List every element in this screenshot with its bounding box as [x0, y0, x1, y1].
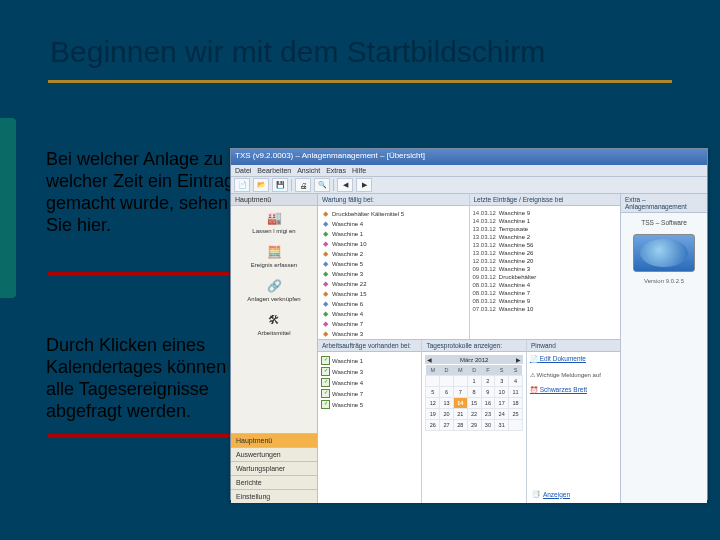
list-item[interactable]: 09.03.12 Waschine 3: [473, 265, 618, 273]
calendar-day[interactable]: 28: [453, 420, 467, 431]
menu-item[interactable]: Datei: [235, 165, 251, 176]
calendar-day[interactable]: 27: [440, 420, 454, 431]
list-item[interactable]: 08.03.12 Waschine 7: [473, 289, 618, 297]
menu-item[interactable]: Extras: [326, 165, 346, 176]
calendar-day[interactable]: 26: [426, 420, 440, 431]
tree-item[interactable]: ✓Waschine 4: [321, 377, 418, 388]
calendar-day[interactable]: 12: [426, 398, 440, 409]
calendar-day[interactable]: 17: [495, 398, 509, 409]
calendar-day[interactable]: 3: [495, 376, 509, 387]
list-item[interactable]: 14.03.12 Waschine 1: [473, 217, 618, 225]
rightbar: Extra – Anlagenmanagement TSS – Software…: [620, 194, 707, 503]
tree-label: Waschine 7: [332, 391, 363, 397]
calendar-day: [453, 376, 467, 387]
calendar-day[interactable]: 10: [495, 387, 509, 398]
calendar-day[interactable]: 22: [467, 409, 481, 420]
calendar-day[interactable]: 15: [467, 398, 481, 409]
sidebar-item[interactable]: 🛠Arbeitsmittel: [235, 312, 313, 336]
calendar-day[interactable]: 14: [453, 398, 467, 409]
calendar-day[interactable]: 6: [440, 387, 454, 398]
tree-item[interactable]: ✓Waschine 1: [321, 355, 418, 366]
tree-item[interactable]: ✓Waschine 5: [321, 399, 418, 410]
list-item[interactable]: 08.03.12 Waschine 4: [473, 281, 618, 289]
calendar-day[interactable]: 21: [453, 409, 467, 420]
list-item[interactable]: ◆Waschine 15: [321, 289, 466, 299]
app-toolbar: 📄 📂 💾 🖨 🔍 ◀ ▶: [231, 177, 707, 194]
calendar-prev[interactable]: ◀: [427, 356, 432, 363]
list-item[interactable]: ◆Waschine 4: [321, 219, 466, 229]
calendar-weekday: M: [426, 365, 440, 376]
calendar-day[interactable]: 31: [495, 420, 509, 431]
pinwand-link[interactable]: ⏰ Schwarzes Brett: [530, 386, 617, 394]
sidebar-item[interactable]: 🏭Lassen l migi en: [235, 210, 313, 234]
tree-item[interactable]: ✓Waschine 3: [321, 366, 418, 377]
list-label: Waschine 26: [499, 250, 533, 256]
menu-item[interactable]: Hilfe: [352, 165, 366, 176]
list-item[interactable]: 13.03.12 Tempusate: [473, 225, 618, 233]
toolbar-button[interactable]: 📄: [234, 178, 250, 192]
tree-item[interactable]: ✓Waschine 7: [321, 388, 418, 399]
list-item[interactable]: ◆Waschine 22: [321, 279, 466, 289]
calendar-day[interactable]: 11: [509, 387, 523, 398]
list-item[interactable]: 13.03.12 Waschine 2: [473, 233, 618, 241]
list-item[interactable]: 09.03.12 Druckbehälter: [473, 273, 618, 281]
list-label: Waschine 3: [499, 266, 530, 272]
machine-icon: ◆: [321, 290, 329, 298]
sidebar-tab[interactable]: Wartungsplaner: [231, 461, 317, 475]
toolbar-button[interactable]: ▶: [356, 178, 372, 192]
list-item[interactable]: 13.03.12 Waschine 26: [473, 249, 618, 257]
show-button[interactable]: 📑Anzeigen: [530, 488, 617, 500]
calendar-day[interactable]: 5: [426, 387, 440, 398]
calendar-next[interactable]: ▶: [516, 356, 521, 363]
calendar-day[interactable]: 18: [509, 398, 523, 409]
list-item[interactable]: ◆Waschine 1: [321, 229, 466, 239]
calendar-day[interactable]: 16: [481, 398, 495, 409]
calendar-day[interactable]: 24: [495, 409, 509, 420]
list-item[interactable]: ◆Waschine 3: [321, 329, 466, 339]
list-item[interactable]: ◆Waschine 6: [321, 299, 466, 309]
calendar-day[interactable]: 29: [467, 420, 481, 431]
pinwand-link[interactable]: 📄 Edit Dokumente: [530, 355, 617, 363]
list-item[interactable]: 14.03.12 Waschine 9: [473, 209, 618, 217]
list-item[interactable]: ◆Waschine 10: [321, 239, 466, 249]
calendar-day[interactable]: 7: [453, 387, 467, 398]
calendar-day[interactable]: 4: [509, 376, 523, 387]
calendar-day[interactable]: 23: [481, 409, 495, 420]
toolbar-button[interactable]: ◀: [337, 178, 353, 192]
calendar-weekday: S: [509, 365, 523, 376]
list-item[interactable]: ◆Waschine 7: [321, 319, 466, 329]
toolbar-button[interactable]: 🖨: [295, 178, 311, 192]
calendar-day[interactable]: 30: [481, 420, 495, 431]
list-item[interactable]: 12.03.12 Waschine 20: [473, 257, 618, 265]
calendar-day[interactable]: 2: [481, 376, 495, 387]
list-item[interactable]: 08.03.12 Waschine 9: [473, 297, 618, 305]
timestamp: 13.03.12: [473, 242, 496, 248]
calendar-day[interactable]: 19: [426, 409, 440, 420]
sidebar-tab[interactable]: Hauptmenü: [231, 433, 317, 447]
calendar-day[interactable]: 1: [467, 376, 481, 387]
menu-item[interactable]: Ansicht: [297, 165, 320, 176]
list-item[interactable]: ◆Waschine 4: [321, 309, 466, 319]
calendar-day[interactable]: 8: [467, 387, 481, 398]
sidebar-item[interactable]: 🧮Ereignis erfassen: [235, 244, 313, 268]
calendar-day[interactable]: 9: [481, 387, 495, 398]
list-item[interactable]: 07.03.12 Waschine 10: [473, 305, 618, 313]
toolbar-button[interactable]: 📂: [253, 178, 269, 192]
sidebar-tab[interactable]: Auswertungen: [231, 447, 317, 461]
timestamp: 13.03.12: [473, 226, 496, 232]
sidebar-tab[interactable]: Berichte: [231, 475, 317, 489]
list-item[interactable]: ◆Druckbehälter Kältemittel 5: [321, 209, 466, 219]
calendar-day[interactable]: 25: [509, 409, 523, 420]
sidebar-item[interactable]: 🔗Anlagen verknüpfen: [235, 278, 313, 302]
list-item[interactable]: ◆Waschine 3: [321, 269, 466, 279]
list-item[interactable]: 13.03.12 Waschine 56: [473, 241, 618, 249]
list-item[interactable]: ◆Waschine 2: [321, 249, 466, 259]
list-label: Waschine 7: [332, 321, 363, 327]
menu-item[interactable]: Bearbeiten: [257, 165, 291, 176]
list-item[interactable]: ◆Waschine 5: [321, 259, 466, 269]
calendar-day[interactable]: 13: [440, 398, 454, 409]
calendar-day[interactable]: 20: [440, 409, 454, 420]
toolbar-button[interactable]: 💾: [272, 178, 288, 192]
sidebar-tab[interactable]: Einstellung: [231, 489, 317, 503]
toolbar-button[interactable]: 🔍: [314, 178, 330, 192]
